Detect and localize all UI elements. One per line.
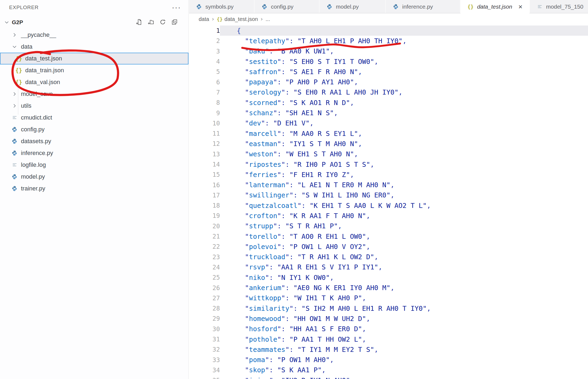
explorer-more-actions-icon[interactable]: ···: [172, 6, 181, 9]
code-line-31[interactable]: 31 "pothole": "P AA1 T HH OW2 L",: [189, 334, 588, 344]
tree-item-inference.py[interactable]: inference.py: [0, 147, 188, 159]
explorer-section-g2p[interactable]: G2P: [0, 16, 188, 29]
code-line-content[interactable]: "polevoi": "P OW1 L AH0 V OY2",: [220, 241, 588, 252]
code-line-17[interactable]: 17 "swillinger": "S W IH1 L IH0 NG ER0",: [189, 190, 588, 200]
close-icon[interactable]: ×: [518, 4, 522, 9]
tree-item-model_save[interactable]: model_save: [0, 88, 188, 100]
tree-item-data_test.json[interactable]: {}data_test.json: [0, 53, 188, 64]
breadcrumb-item[interactable]: data_test.json: [224, 16, 258, 22]
code-line-content[interactable]: "weston": "W EH1 S T AH0 N",: [220, 149, 588, 159]
code-line-content[interactable]: "schanz": "SH AE1 N S",: [220, 108, 588, 118]
code-line-6[interactable]: 6 "papaya": "P AH0 P AY1 AH0",: [189, 77, 588, 87]
code-line-19[interactable]: 19 "crofton": "K R AA1 F T AH0 N",: [189, 211, 588, 221]
code-line-content[interactable]: "homewood": "HH OW1 M W UH2 D",: [220, 313, 588, 324]
code-line-28[interactable]: 28 "similarity": "S IH2 M AH0 L EH1 R AH…: [189, 303, 588, 313]
code-line-content[interactable]: "eastman": "IY1 S T M AH0 N",: [220, 139, 588, 149]
code-line-content[interactable]: "wittkopp": "W IH1 T K AH0 P",: [220, 293, 588, 303]
new-folder-icon[interactable]: [148, 19, 155, 26]
code-line-33[interactable]: 33 "poma": "P OW1 M AH0",: [189, 355, 588, 365]
tree-item-__pycache__[interactable]: __pycache__: [0, 29, 188, 41]
code-line-26[interactable]: 26 "ankerium": "AE0 NG K ER1 IY0 AH0 M",: [189, 283, 588, 293]
code-line-content[interactable]: "strupp": "S T R AH1 P",: [220, 221, 588, 231]
code-line-1[interactable]: 1{: [189, 26, 588, 36]
tab-data_test.json[interactable]: {}data_test.json×: [460, 0, 529, 13]
code-line-content[interactable]: "swillinger": "S W IH1 L IH0 NG ER0",: [220, 190, 588, 200]
code-line-2[interactable]: 2 "telepathy": "T AH0 L EH1 P AH0 TH IY0…: [189, 36, 588, 46]
tree-item-utils[interactable]: utils: [0, 100, 188, 112]
code-line-content[interactable]: "irina": "IH2 R IY1 N AH0",: [220, 375, 588, 379]
code-line-30[interactable]: 30 "hosford": "HH AA1 S F ER0 D",: [189, 324, 588, 334]
code-line-8[interactable]: 8 "scorned": "S K AO1 R N D",: [189, 98, 588, 108]
collapse-folders-icon[interactable]: [171, 19, 178, 26]
code-line-14[interactable]: 14 "ripostes": "R IH0 P AO1 S T S",: [189, 159, 588, 169]
code-line-3[interactable]: 3 "baku": "B AA0 K UW1",: [189, 46, 588, 56]
code-line-20[interactable]: 20 "strupp": "S T R AH1 P",: [189, 221, 588, 231]
code-line-content[interactable]: "niko": "N IY1 K OW0",: [220, 272, 588, 283]
code-line-content[interactable]: "scorned": "S K AO1 R N D",: [220, 98, 588, 108]
tree-item-trainer.py[interactable]: trainer.py: [0, 183, 188, 194]
tree-item-data[interactable]: data: [0, 41, 188, 53]
code-line-12[interactable]: 12 "eastman": "IY1 S T M AH0 N",: [189, 139, 588, 149]
code-line-content[interactable]: "marcell": "M AA0 R S EY1 L",: [220, 128, 588, 139]
code-line-content[interactable]: "lanterman": "L AE1 N T ER0 M AH0 N",: [220, 180, 588, 190]
code-line-content[interactable]: "quetzalcoatl": "K EH1 T S AA0 L K W AO2…: [220, 200, 588, 211]
tab-symbols.py[interactable]: symbols.py: [189, 0, 254, 13]
code-line-content[interactable]: "similarity": "S IH2 M AH0 L EH1 R AH0 T…: [220, 303, 588, 313]
code-line-9[interactable]: 9 "schanz": "SH AE1 N S",: [189, 108, 588, 118]
tree-item-cmudict.dict[interactable]: cmudict.dict: [0, 112, 188, 124]
tab-config.py[interactable]: config.py: [255, 0, 319, 13]
breadcrumb-item[interactable]: data: [199, 16, 209, 22]
code-line-5[interactable]: 5 "saffron": "S AE1 F R AH0 N",: [189, 67, 588, 77]
code-line-29[interactable]: 29 "homewood": "HH OW1 M W UH2 D",: [189, 313, 588, 324]
code-line-content[interactable]: "ripostes": "R IH0 P AO1 S T S",: [220, 159, 588, 169]
code-line-content[interactable]: "teammates": "T IY1 M M EY2 T S",: [220, 344, 588, 355]
code-line-10[interactable]: 10 "dev": "D EH1 V",: [189, 118, 588, 128]
code-line-7[interactable]: 7 "serology": "S EH0 R AA1 L AH0 JH IY0"…: [189, 87, 588, 98]
code-line-content[interactable]: "poma": "P OW1 M AH0",: [220, 355, 588, 365]
code-line-23[interactable]: 23 "truckload": "T R AH1 K L OW2 D",: [189, 252, 588, 262]
code-line-4[interactable]: 4 "sestito": "S EH0 S T IY1 T OW0",: [189, 56, 588, 67]
code-line-22[interactable]: 22 "polevoi": "P OW1 L AH0 V OY2",: [189, 241, 588, 252]
new-file-icon[interactable]: [136, 19, 143, 26]
code-line-content[interactable]: "pothole": "P AA1 T HH OW2 L",: [220, 334, 588, 344]
code-line-13[interactable]: 13 "weston": "W EH1 S T AH0 N",: [189, 149, 588, 159]
code-line-content[interactable]: "serology": "S EH0 R AA1 L AH0 JH IY0",: [220, 87, 588, 98]
code-line-content[interactable]: "telepathy": "T AH0 L EH1 P AH0 TH IY0",: [220, 36, 588, 46]
code-line-content[interactable]: "torello": "T AO0 R EH1 L OW0",: [220, 231, 588, 241]
refresh-explorer-icon[interactable]: [159, 19, 166, 26]
code-line-content[interactable]: "papaya": "P AH0 P AY1 AH0",: [220, 77, 588, 87]
breadcrumb-item[interactable]: ...: [266, 16, 270, 22]
code-line-11[interactable]: 11 "marcell": "M AA0 R S EY1 L",: [189, 128, 588, 139]
code-line-content[interactable]: "saffron": "S AE1 F R AH0 N",: [220, 67, 588, 77]
code-line-content[interactable]: "skop": "S K AA1 P",: [220, 365, 588, 375]
code-line-32[interactable]: 32 "teammates": "T IY1 M M EY2 T S",: [189, 344, 588, 355]
tab-model.py[interactable]: model.py: [320, 0, 385, 13]
code-line-content[interactable]: "ankerium": "AE0 NG K ER1 IY0 AH0 M",: [220, 283, 588, 293]
tree-item-data_val.json[interactable]: {}data_val.json: [0, 76, 188, 88]
code-line-27[interactable]: 27 "wittkopp": "W IH1 T K AH0 P",: [189, 293, 588, 303]
code-line-content[interactable]: "baku": "B AA0 K UW1",: [220, 46, 588, 56]
tree-item-config.py[interactable]: config.py: [0, 124, 188, 135]
tree-item-model.py[interactable]: model.py: [0, 171, 188, 183]
code-line-24[interactable]: 24 "rsvp": "AA1 R EH1 S V IY1 P IY1",: [189, 262, 588, 272]
code-line-18[interactable]: 18 "quetzalcoatl": "K EH1 T S AA0 L K W …: [189, 200, 588, 211]
code-line-content[interactable]: "rsvp": "AA1 R EH1 S V IY1 P IY1",: [220, 262, 588, 272]
code-line-content[interactable]: "dev": "D EH1 V",: [220, 118, 588, 128]
code-line-35[interactable]: 35 "irina": "IH2 R IY1 N AH0",: [189, 375, 588, 379]
code-line-34[interactable]: 34 "skop": "S K AA1 P",: [189, 365, 588, 375]
tree-item-data_train.json[interactable]: {}data_train.json: [0, 64, 188, 76]
tree-item-logfile.log[interactable]: logfile.log: [0, 159, 188, 171]
code-line-content[interactable]: "hosford": "HH AA1 S F ER0 D",: [220, 324, 588, 334]
code-editor[interactable]: 1{2 "telepathy": "T AH0 L EH1 P AH0 TH I…: [189, 26, 588, 379]
tab-inference.py[interactable]: inference.py: [386, 0, 460, 13]
code-line-content[interactable]: "sestito": "S EH0 S T IY1 T OW0",: [220, 56, 588, 67]
code-line-content[interactable]: "ferries": "F EH1 R IY0 Z",: [220, 169, 588, 180]
code-line-15[interactable]: 15 "ferries": "F EH1 R IY0 Z",: [189, 169, 588, 180]
code-line-16[interactable]: 16 "lanterman": "L AE1 N T ER0 M AH0 N",: [189, 180, 588, 190]
code-line-25[interactable]: 25 "niko": "N IY1 K OW0",: [189, 272, 588, 283]
tab-model_75_150[interactable]: model_75_150: [530, 0, 588, 13]
code-line-content[interactable]: "crofton": "K R AA1 F T AH0 N",: [220, 211, 588, 221]
code-line-content[interactable]: "truckload": "T R AH1 K L OW2 D",: [220, 252, 588, 262]
code-line-content[interactable]: {: [220, 26, 588, 36]
tree-item-datasets.py[interactable]: datasets.py: [0, 135, 188, 147]
